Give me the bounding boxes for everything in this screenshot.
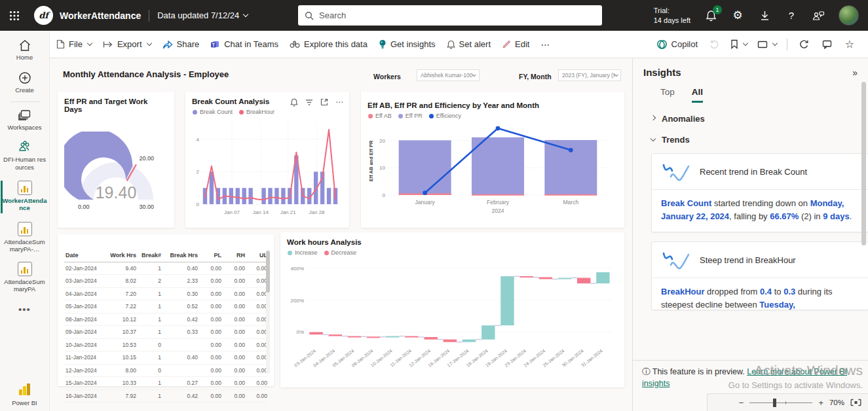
chat-in-teams-button[interactable]: T Chat in Teams xyxy=(210,39,278,49)
panel-scrollbar[interactable] xyxy=(861,82,866,317)
collapse-panel-icon[interactable]: » xyxy=(852,67,858,78)
user-avatar[interactable] xyxy=(839,5,859,26)
zoom-out-button[interactable]: − xyxy=(739,398,744,408)
attendance-table-card[interactable]: DateWork HrsBreak#Break HrsPLRHUL 02-Jan… xyxy=(58,234,274,386)
report-icon xyxy=(18,222,32,236)
focus-mode-icon[interactable] xyxy=(320,98,328,106)
legend-dot xyxy=(193,110,197,115)
edit-button[interactable]: Edit xyxy=(502,39,529,49)
gauge-card[interactable]: Eff PR and Target Work Days 20.000.0030.… xyxy=(58,92,174,228)
sidebar-item-create[interactable]: Create xyxy=(0,71,50,94)
table-row[interactable]: 02-Jan-20249.4010.400.000.000.00 xyxy=(64,262,267,276)
comments-icon[interactable] xyxy=(820,38,833,51)
insight-card-break-count[interactable]: Recent trend in Break Count Break Count … xyxy=(651,153,868,232)
legend-dot xyxy=(288,251,292,255)
file-menu[interactable]: File xyxy=(56,39,92,49)
insight-card-breakhour[interactable]: Steep trend in BreakHour BreakHour dropp… xyxy=(651,241,868,310)
table-row[interactable]: 05-Jan-20247.2210.520.000.000.00 xyxy=(64,300,267,313)
help-icon[interactable]: ? xyxy=(785,9,798,22)
bookmarks-menu[interactable] xyxy=(730,39,747,49)
sidebar-item-dfi-human-resources[interactable]: DFI-Human resources xyxy=(0,141,50,171)
copilot-button[interactable]: Copilot xyxy=(656,39,698,50)
table-row[interactable]: 15-Jan-202410.3310.270.000.000.00 xyxy=(64,377,267,390)
efficiency-card[interactable]: Eff AB, Eff PR and Efficiency by Year an… xyxy=(361,92,624,228)
svg-text:20: 20 xyxy=(379,138,385,144)
svg-text:February: February xyxy=(487,199,510,206)
search-icon xyxy=(305,11,314,20)
sidebar-more-icon[interactable]: ••• xyxy=(18,304,31,315)
global-search[interactable] xyxy=(298,5,602,26)
table-scrollbar[interactable] xyxy=(266,251,270,374)
legend-dot xyxy=(239,110,244,115)
tab-all[interactable]: All xyxy=(692,87,703,103)
visual-title: Eff PR and Target Work Days xyxy=(64,98,168,113)
share-button[interactable]: Share xyxy=(162,39,200,49)
export-menu[interactable]: Export xyxy=(103,39,151,49)
sidebar-item-attendacesummarypa-2[interactable]: AttendaceSummaryPA xyxy=(0,262,50,293)
alert-icon[interactable] xyxy=(290,98,298,107)
zoom-level: 70% xyxy=(829,399,844,406)
table-row[interactable]: 09-Jan-202410.3710.330.000.000.00 xyxy=(64,326,267,339)
workers-filter-label: Workers xyxy=(373,73,401,80)
svg-text:Eff AB and Eff PR: Eff AB and Eff PR xyxy=(368,140,374,181)
table-row[interactable]: 16-Jan-20247.9210.420.000.000.00 xyxy=(64,390,267,403)
explore-data-button[interactable]: Explore this data xyxy=(290,39,368,49)
trend-icon xyxy=(661,161,691,182)
sidebar-item-home[interactable]: Home xyxy=(0,39,50,61)
zoom-in-button[interactable]: + xyxy=(818,398,823,408)
section-anomalies[interactable]: Anomalies xyxy=(651,114,858,124)
notifications-bell-icon[interactable]: 1 xyxy=(704,9,717,22)
svg-text:Jan 14: Jan 14 xyxy=(253,209,269,215)
insights-panel: Insights » Top All Anomalies Trends xyxy=(632,58,868,411)
chevron-down-icon xyxy=(243,12,248,17)
section-trends[interactable]: Trends xyxy=(651,135,858,145)
set-alert-button[interactable]: Set alert xyxy=(447,39,491,49)
sidebar-item-workerattendance[interactable]: WorkerAttendance xyxy=(0,181,50,212)
svg-text:T: T xyxy=(212,43,216,47)
table-row[interactable]: 04-Jan-20247.2010.300.000.000.00 xyxy=(64,288,267,301)
report-canvas: Monthly Attendance Analysis - Employee W… xyxy=(50,58,632,411)
svg-text:January: January xyxy=(415,199,436,206)
feedback-icon[interactable] xyxy=(812,9,825,22)
svg-text:400%: 400% xyxy=(291,266,304,272)
gauge-chart: 20.000.0030.0019.40 xyxy=(64,132,168,215)
trend-icon xyxy=(661,249,691,270)
workers-filter-dropdown[interactable]: Abhishek Kumar-100077 xyxy=(417,69,480,81)
visual-title: Eff AB, Eff PR and Efficiency by Year an… xyxy=(368,101,618,109)
insight-body: BreakHour dropped from 0.4 to 0.3 during… xyxy=(652,278,868,310)
table-row[interactable]: 12-Jan-20248.0000.000.000.00 xyxy=(64,365,267,378)
data-updated-dropdown[interactable]: Data updated 7/12/24 xyxy=(157,10,248,20)
divider xyxy=(787,39,787,50)
break-count-card[interactable]: Break Count Analysis ⋯ Break Count Break… xyxy=(185,92,349,228)
svg-text:0: 0 xyxy=(383,192,386,198)
report-toolbar: File Export Share T Chat in Teams Explor… xyxy=(50,31,868,58)
filter-icon[interactable] xyxy=(305,99,313,106)
table-row[interactable]: 03-Jan-20248.0222.330.000.000.00 xyxy=(64,275,267,288)
search-input[interactable] xyxy=(319,10,595,20)
download-icon[interactable] xyxy=(758,9,771,22)
svg-text:4: 4 xyxy=(197,137,200,143)
chevron-right-icon xyxy=(651,115,656,120)
sidebar-item-workspaces[interactable]: Workspaces xyxy=(0,109,50,131)
more-options-icon[interactable]: ⋯ xyxy=(540,39,550,50)
table-row[interactable]: 11-Jan-202410.1510.400.000.000.00 xyxy=(64,351,267,365)
table-row[interactable]: 10-Jan-202410.5300.000.000.00 xyxy=(64,339,267,352)
settings-gear-icon[interactable]: ⚙ xyxy=(731,9,744,22)
tab-top[interactable]: Top xyxy=(660,87,675,103)
refresh-icon[interactable] xyxy=(797,38,810,51)
get-insights-button[interactable]: Get insights xyxy=(379,39,436,49)
zoom-slider[interactable] xyxy=(749,399,812,407)
work-hours-card[interactable]: Work hours Analysis Increase Decrease 0%… xyxy=(280,232,624,387)
svg-text:200%: 200% xyxy=(291,298,304,304)
svg-text:20.00: 20.00 xyxy=(140,155,155,162)
fit-to-page-icon[interactable] xyxy=(850,399,861,406)
sidebar-item-attendacesummarypa-1[interactable]: AttendaceSummaryPA-… xyxy=(0,222,50,253)
view-menu[interactable] xyxy=(757,41,777,48)
more-options-icon[interactable]: ⋯ xyxy=(335,98,344,107)
df-logo[interactable]: df xyxy=(34,6,53,25)
fy-month-filter-dropdown[interactable]: 2023 (FY), January (Mo... xyxy=(558,69,621,81)
favorite-star-icon[interactable]: ☆ xyxy=(843,38,856,51)
table-row[interactable]: 08-Jan-202410.1210.420.000.000.00 xyxy=(64,313,267,327)
waffle-menu-icon[interactable] xyxy=(9,10,20,21)
divider xyxy=(149,10,149,22)
